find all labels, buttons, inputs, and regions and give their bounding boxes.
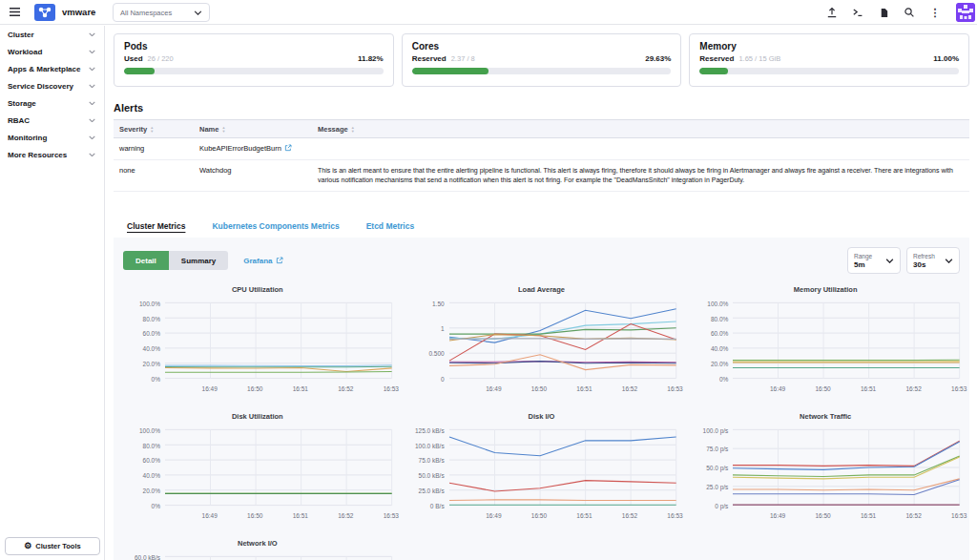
sidebar-nav: ClusterWorkloadApps & MarketplaceService… (0, 26, 105, 560)
card-stat-value: 1.65 / 15 GiB (738, 54, 780, 63)
chart-x-axis: 16:4916:5016:5116:5216:53 (165, 385, 392, 395)
sidebar-item-apps-marketplace[interactable]: Apps & Marketplace (0, 60, 104, 77)
chart-title: Memory Utilization (691, 285, 960, 294)
chart-title: CPU Utilization (123, 285, 392, 294)
view-toggle-group: Detail Summary (123, 251, 228, 270)
sidebar-item-monitoring[interactable]: Monitoring (0, 129, 104, 146)
grafana-label: Grafana (243, 257, 272, 265)
sidebar-item-service-discovery[interactable]: Service Discovery (0, 77, 104, 94)
chart-title: Disk I/O (407, 412, 676, 421)
chevron-down-icon (89, 118, 95, 123)
chevron-down-icon (89, 135, 95, 140)
card-percent: 11.00% (933, 54, 959, 63)
chevron-down-icon (89, 50, 95, 54)
chart-x-axis: 16:4916:5016:5116:5216:53 (449, 512, 676, 522)
cluster-manager-logo-icon[interactable] (34, 4, 55, 21)
kubectl-shell-icon[interactable] (851, 6, 864, 19)
chart-disk-utilization: Disk Utilization 100.0%80.0%60.0%40.0%20… (123, 412, 392, 522)
search-icon[interactable] (903, 6, 916, 19)
refresh-label: Refresh (913, 253, 935, 259)
range-select[interactable]: Range 5m (847, 247, 901, 274)
chart-title: Disk Utilization (123, 412, 392, 421)
sidebar-nav-list: ClusterWorkloadApps & MarketplaceService… (0, 26, 104, 163)
chart-plot (449, 299, 676, 383)
card-title[interactable]: Memory (699, 41, 959, 52)
alerts-title: Alerts (114, 102, 969, 114)
alert-row: noneWatchdogThis is an alert meant to en… (114, 160, 969, 192)
sidebar-item-label: Storage (8, 99, 36, 108)
card-stat-label: Used (124, 54, 143, 63)
chart-network-i-o: Network I/O 60.0 kB/s50.0 kB/s40.0 kB/s3… (123, 539, 392, 560)
chart-y-axis: 125.0 kB/s100.0 kB/s75.0 kB/s50.0 kB/s25… (407, 425, 449, 509)
column-header-message[interactable]: Message▲▼ (312, 120, 969, 138)
sidebar-item-label: Workload (8, 48, 42, 56)
grafana-link[interactable]: Grafana (243, 257, 282, 265)
sidebar-item-workload[interactable]: Workload (0, 43, 104, 60)
tab-kubernetes-components-metrics[interactable]: Kubernetes Components Metrics (198, 218, 352, 236)
chart-y-axis: 100.0%80.0%60.0%40.0%20.0%0% (691, 299, 733, 383)
card-title[interactable]: Pods (124, 41, 384, 52)
card-percent: 29.63% (645, 54, 671, 63)
alert-message (312, 138, 969, 160)
summary-button[interactable]: Summary (169, 251, 228, 270)
cluster-name: vmware (62, 7, 95, 17)
column-header-severity[interactable]: Severity▲▼ (114, 120, 194, 138)
detail-button[interactable]: Detail (123, 251, 169, 270)
refresh-select[interactable]: Refresh 30s (906, 247, 960, 274)
charts-grid: CPU Utilization 100.0%80.0%60.0%40.0%20.… (123, 285, 960, 560)
kebab-menu-icon[interactable]: ⋮ (928, 6, 942, 19)
gear-icon: ⚙ (24, 542, 31, 550)
chevron-down-icon (89, 153, 95, 157)
chart-plot (449, 425, 676, 509)
chevron-down-icon (194, 10, 202, 15)
sidebar-item-more-resources[interactable]: More Resources (0, 146, 104, 163)
cluster-tools-label: Cluster Tools (35, 542, 80, 550)
chart-disk-i-o: Disk I/O 125.0 kB/s100.0 kB/s75.0 kB/s50… (407, 412, 676, 522)
sort-icon: ▲▼ (150, 126, 154, 133)
metrics-controls: Detail Summary Grafana Range 5m Refresh (123, 247, 960, 274)
alert-message: This is an alert meant to ensure that th… (312, 160, 969, 192)
chart-network-traffic: Network Traffic 100.0 p/s75.0 p/s50.0 p/… (691, 412, 960, 522)
chevron-down-icon (89, 67, 95, 72)
kubeconfig-file-icon[interactable] (877, 6, 890, 19)
chart-memory-utilization: Memory Utilization 100.0%80.0%60.0%40.0%… (691, 285, 960, 395)
chevron-down-icon (945, 259, 953, 263)
sidebar-item-label: Cluster (8, 31, 34, 39)
namespace-filter-select[interactable]: All Namespaces (113, 3, 210, 22)
sidebar-item-label: RBAC (8, 116, 30, 125)
sidebar-item-cluster[interactable]: Cluster (0, 26, 104, 43)
sidebar-item-label: Service Discovery (8, 82, 73, 91)
user-avatar[interactable] (956, 3, 975, 22)
sidebar-item-label: Monitoring (8, 134, 47, 142)
sort-icon: ▲▼ (351, 126, 355, 133)
alert-severity: warning (114, 138, 194, 160)
chevron-down-icon (89, 101, 95, 106)
chart-title: Load Average (407, 285, 676, 294)
tab-cluster-metrics[interactable]: Cluster Metrics (114, 218, 198, 236)
chart-y-axis: 100.0%80.0%60.0%40.0%20.0%0% (123, 299, 165, 383)
card-percent: 11.82% (358, 54, 384, 63)
chart-x-axis: 16:4916:5016:5116:5216:53 (449, 385, 676, 395)
sidebar-item-storage[interactable]: Storage (0, 94, 104, 112)
external-link-icon[interactable] (284, 144, 292, 154)
usage-progress-bar (124, 68, 384, 74)
metrics-tabs: Cluster MetricsKubernetes Components Met… (114, 218, 969, 236)
chart-plot (733, 299, 960, 383)
card-stat-value: 2.37 / 8 (451, 54, 475, 63)
card-title[interactable]: Cores (412, 41, 672, 52)
chart-plot (733, 425, 960, 509)
kebab-glyph: ⋮ (930, 7, 941, 19)
resource-card-pods: PodsUsed26 / 22011.82% (114, 33, 394, 87)
column-header-name[interactable]: Name▲▼ (194, 120, 312, 138)
card-stat-label: Reserved (699, 54, 734, 63)
hamburger-menu-icon[interactable] (9, 7, 21, 17)
top-right-actions: ⋮ (825, 0, 975, 25)
cluster-tools-button[interactable]: ⚙ Cluster Tools (5, 537, 100, 555)
usage-progress-bar (412, 68, 672, 74)
tab-etcd-metrics[interactable]: Etcd Metrics (353, 218, 428, 236)
chart-load-average: Load Average 1.5010.5000 16:4916:5016:51… (407, 285, 676, 395)
sidebar-item-rbac[interactable]: RBAC (0, 112, 104, 129)
chart-title: Network I/O (123, 539, 392, 548)
sidebar-item-label: Apps & Marketplace (8, 65, 80, 73)
upload-icon[interactable] (825, 6, 839, 19)
